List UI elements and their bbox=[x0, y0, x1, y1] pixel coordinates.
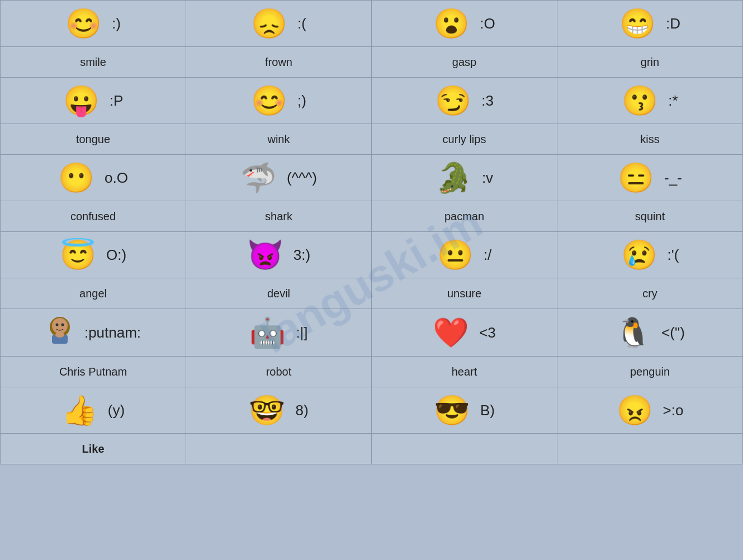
name-label-r1-c3: grin bbox=[557, 47, 743, 78]
emoji-code: :/ bbox=[484, 246, 491, 264]
emoji-icon bbox=[45, 316, 74, 349]
emoji-icon: 🐊 bbox=[436, 163, 472, 192]
cell-r4-c0: 😶o.O bbox=[1, 155, 186, 201]
emoji-code: :'( bbox=[668, 246, 679, 264]
name-label-r11-c0: Like bbox=[1, 434, 186, 464]
name-label-r5-c3: squint bbox=[557, 201, 743, 232]
emoji-icon: 😮 bbox=[433, 9, 470, 38]
cell-r10-c1: 🤓8) bbox=[186, 387, 372, 434]
cell-r6-c2: 😐:/ bbox=[372, 232, 557, 278]
cell-r2-c1: 😊;) bbox=[186, 78, 372, 124]
cell-r10-c2: 😎B) bbox=[372, 387, 557, 434]
emoji-icon: 😞 bbox=[251, 9, 287, 38]
name-label-r1-c1: frown bbox=[186, 47, 372, 78]
emoji-code: :D bbox=[666, 15, 680, 32]
cell-r0-c0: 😊:) bbox=[1, 1, 186, 47]
emoji-code: :putnam: bbox=[84, 324, 141, 341]
cell-r4-c2: 🐊:v bbox=[372, 155, 557, 201]
emoji-icon: 😑 bbox=[618, 163, 654, 192]
emoji-icon: 😎 bbox=[434, 396, 470, 425]
emoji-code: 8) bbox=[295, 402, 308, 419]
emoji-code: :O bbox=[480, 15, 495, 32]
emoji-code: O:) bbox=[106, 246, 126, 264]
emoji-code: :* bbox=[668, 92, 678, 110]
emoji-icon: 😶 bbox=[58, 163, 94, 192]
svg-point-3 bbox=[61, 324, 64, 326]
name-label-r5-c0: confused bbox=[1, 201, 186, 232]
emoji-icon: 😠 bbox=[617, 396, 653, 425]
emoji-icon: 🤖 bbox=[249, 318, 286, 347]
emoji-icon: 😊 bbox=[65, 9, 102, 38]
cell-r10-c3: 😠>:o bbox=[557, 387, 743, 434]
emoji-code: ;) bbox=[297, 92, 306, 110]
name-label-r7-c3: cry bbox=[557, 278, 743, 309]
cell-r8-c0: :putnam: bbox=[1, 309, 186, 357]
emoji-code: B) bbox=[480, 402, 495, 419]
cell-r0-c2: 😮:O bbox=[372, 1, 557, 47]
name-label-r11-c3 bbox=[557, 434, 743, 464]
name-label-r11-c1 bbox=[186, 434, 372, 464]
cell-r8-c3: 🐧<(") bbox=[557, 309, 743, 357]
emoji-icon: 🦈 bbox=[240, 163, 277, 192]
name-label-r9-c2: heart bbox=[372, 357, 557, 387]
cell-r2-c0: 😛:P bbox=[1, 78, 186, 124]
emoji-code: o.O bbox=[105, 169, 128, 187]
name-label-r9-c1: robot bbox=[186, 357, 372, 387]
emoji-icon: 😛 bbox=[63, 86, 100, 115]
name-label-r1-c0: smile bbox=[1, 47, 186, 78]
cell-r4-c1: 🦈(^^^) bbox=[186, 155, 372, 201]
cell-r2-c2: 😏:3 bbox=[372, 78, 557, 124]
name-label-r7-c2: unsure bbox=[372, 278, 557, 309]
name-label-r3-c2: curly lips bbox=[372, 124, 557, 155]
emoji-code: <(") bbox=[661, 324, 685, 341]
cell-r6-c1: 👿3:) bbox=[186, 232, 372, 278]
emoji-code: 3:) bbox=[294, 246, 310, 264]
emoji-icon: 🤓 bbox=[249, 396, 285, 425]
emoji-code: :P bbox=[110, 92, 124, 110]
cell-r0-c1: 😞:( bbox=[186, 1, 372, 47]
name-label-r5-c1: shark bbox=[186, 201, 372, 232]
emoji-icon: 😁 bbox=[619, 9, 656, 38]
emoji-icon: 🐧 bbox=[615, 318, 651, 347]
emoji-code: :|] bbox=[296, 324, 307, 341]
cell-r4-c3: 😑-_- bbox=[557, 155, 743, 201]
svg-point-1 bbox=[52, 318, 68, 334]
name-label-r11-c2 bbox=[372, 434, 557, 464]
cell-r6-c3: 😢:'( bbox=[557, 232, 743, 278]
emoji-icon: ❤️ bbox=[433, 318, 469, 347]
emoji-icon: 😗 bbox=[622, 86, 658, 115]
svg-point-2 bbox=[55, 324, 58, 326]
emoji-icon: 😊 bbox=[251, 86, 287, 115]
emoji-code: -_- bbox=[664, 169, 682, 187]
emoji-icon: 😐 bbox=[437, 240, 474, 269]
emoji-code: >:o bbox=[663, 402, 684, 419]
name-label-r3-c1: wink bbox=[186, 124, 372, 155]
emoji-code: :( bbox=[297, 15, 306, 32]
emoji-code: :v bbox=[482, 169, 493, 187]
emoji-icon: 😇 bbox=[60, 240, 96, 269]
emoji-icon: 😢 bbox=[621, 240, 657, 269]
emoji-code: :) bbox=[112, 15, 121, 32]
name-label-r9-c0: Chris Putnam bbox=[1, 357, 186, 387]
emoji-icon: 👍 bbox=[61, 396, 98, 425]
cell-r6-c0: 😇O:) bbox=[1, 232, 186, 278]
svg-point-5 bbox=[55, 332, 64, 338]
cell-r10-c0: 👍(y) bbox=[1, 387, 186, 434]
emoji-icon: 😏 bbox=[435, 86, 471, 115]
name-label-r1-c2: gasp bbox=[372, 47, 557, 78]
emoji-code: (y) bbox=[108, 402, 125, 419]
name-label-r3-c0: tongue bbox=[1, 124, 186, 155]
name-label-r5-c2: pacman bbox=[372, 201, 557, 232]
cell-r2-c3: 😗:* bbox=[557, 78, 743, 124]
cell-r8-c2: ❤️<3 bbox=[372, 309, 557, 357]
cell-r0-c3: 😁:D bbox=[557, 1, 743, 47]
emoji-code: :3 bbox=[481, 92, 494, 110]
emoji-grid: 😊:)😞:(😮:O😁:Dsmilefrowngaspgrin😛:P😊;)😏:3😗… bbox=[0, 0, 743, 464]
name-label-r7-c0: angel bbox=[1, 278, 186, 309]
name-label-r7-c1: devil bbox=[186, 278, 372, 309]
cell-r8-c1: 🤖:|] bbox=[186, 309, 372, 357]
emoji-code: (^^^) bbox=[287, 169, 317, 187]
name-label-r9-c3: penguin bbox=[557, 357, 743, 387]
emoji-code: <3 bbox=[479, 324, 496, 341]
name-label-r3-c3: kiss bbox=[557, 124, 743, 155]
